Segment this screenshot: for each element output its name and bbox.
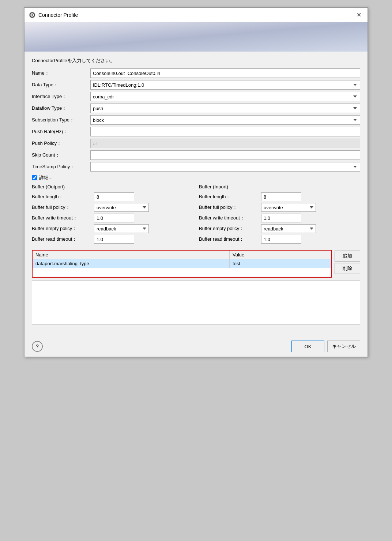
cancel-button[interactable]: キャンセル xyxy=(327,341,360,352)
buffer-inport-title: Buffer (Inport) xyxy=(199,184,360,189)
timestamp-policy-select[interactable] xyxy=(90,162,360,172)
outport-full-policy-label: Buffer full policy： xyxy=(32,204,94,211)
footer-right: OK キャンセル xyxy=(291,341,360,352)
data-type-row: Data Type： IDL:RTC/TimedLong:1.0 xyxy=(32,80,360,90)
inport-empty-policy-select[interactable]: readback xyxy=(261,224,316,233)
inport-length-row: Buffer length： xyxy=(199,192,360,201)
table-header: Name Value xyxy=(33,251,331,259)
details-label: 詳細... xyxy=(39,174,53,181)
push-policy-row: Push Policy： all xyxy=(32,139,360,148)
outport-empty-policy-label: Buffer empty policy： xyxy=(32,225,94,232)
data-type-label: Data Type： xyxy=(32,82,90,88)
buffer-inport-panel: Buffer (Inport) Buffer length： Buffer fu… xyxy=(199,184,360,245)
inport-full-policy-row: Buffer full policy： overwrite xyxy=(199,203,360,212)
title-bar-left: Connector Profile xyxy=(29,12,78,18)
buffer-outport-title: Buffer (Outport) xyxy=(32,184,193,189)
help-button[interactable]: ? xyxy=(32,341,43,352)
table-empty-row xyxy=(33,268,331,277)
close-button[interactable]: ✕ xyxy=(354,11,363,19)
outport-empty-policy-select[interactable]: readback xyxy=(94,224,149,233)
skip-count-row: Skip Count： xyxy=(32,150,360,160)
outport-full-policy-select[interactable]: overwrite xyxy=(94,203,149,212)
interface-type-select[interactable]: corba_cdr xyxy=(90,92,360,101)
outport-write-timeout-label: Buffer write timeout： xyxy=(32,215,94,221)
dataflow-type-row: Dataflow Type： push xyxy=(32,104,360,113)
skip-count-input[interactable] xyxy=(90,150,360,160)
table-actions: 追加 削除 xyxy=(335,250,360,278)
outport-length-row: Buffer length： xyxy=(32,192,193,201)
buffer-section: Buffer (Outport) Buffer length： Buffer f… xyxy=(32,184,360,245)
title-bar: Connector Profile ✕ xyxy=(24,8,368,22)
ok-button[interactable]: OK xyxy=(291,341,324,352)
inport-length-input[interactable] xyxy=(261,192,301,201)
interface-type-label: Interface Type： xyxy=(32,93,90,100)
footer-left: ? xyxy=(32,341,43,352)
push-rate-row: Push Rate(Hz)： xyxy=(32,127,360,136)
outport-read-timeout-input[interactable] xyxy=(94,235,134,244)
subscription-type-label: Subscription Type： xyxy=(32,117,90,123)
inport-write-timeout-label: Buffer write timeout： xyxy=(199,215,261,221)
add-button[interactable]: 追加 xyxy=(335,251,360,262)
push-policy-select[interactable]: all xyxy=(90,139,360,148)
outport-length-label: Buffer length： xyxy=(32,194,94,200)
dataflow-type-select[interactable]: push xyxy=(90,104,360,113)
outport-empty-policy-row: Buffer empty policy： readback xyxy=(32,224,193,233)
app-icon xyxy=(29,12,35,18)
extra-text-area[interactable] xyxy=(32,281,360,324)
dialog-footer: ? OK キャンセル xyxy=(24,336,368,357)
col-value-header: Value xyxy=(230,251,331,259)
inport-read-timeout-label: Buffer read timeout： xyxy=(199,236,261,243)
delete-button[interactable]: 削除 xyxy=(335,263,360,274)
name-row: Name： xyxy=(32,68,360,78)
timestamp-policy-row: TimeStamp Policy： xyxy=(32,162,360,172)
properties-table: Name Value dataport.marshaling_type test xyxy=(32,250,332,278)
inport-empty-policy-label: Buffer empty policy： xyxy=(199,225,261,232)
outport-length-input[interactable] xyxy=(94,192,134,201)
gradient-band xyxy=(24,22,368,52)
inport-full-policy-label: Buffer full policy： xyxy=(199,204,261,211)
skip-count-label: Skip Count： xyxy=(32,152,90,158)
inport-write-timeout-row: Buffer write timeout： xyxy=(199,214,360,222)
window-title: Connector Profile xyxy=(38,12,78,18)
push-rate-label: Push Rate(Hz)： xyxy=(32,128,90,135)
table-row[interactable]: dataport.marshaling_type test xyxy=(33,259,331,268)
properties-table-section: Name Value dataport.marshaling_type test… xyxy=(32,250,360,278)
outport-full-policy-row: Buffer full policy： overwrite xyxy=(32,203,193,212)
connector-profile-dialog: Connector Profile ✕ ConnectorProfileを入力し… xyxy=(24,7,368,357)
details-checkbox[interactable] xyxy=(32,175,37,180)
outport-read-timeout-row: Buffer read timeout： xyxy=(32,235,193,244)
timestamp-policy-label: TimeStamp Policy： xyxy=(32,164,90,170)
subscription-type-select[interactable]: block xyxy=(90,115,360,125)
data-type-select[interactable]: IDL:RTC/TimedLong:1.0 xyxy=(90,80,360,90)
svg-point-2 xyxy=(31,14,33,16)
row-value-cell: test xyxy=(230,259,331,268)
outport-read-timeout-label: Buffer read timeout： xyxy=(32,236,94,243)
row-name-cell: dataport.marshaling_type xyxy=(33,259,230,268)
buffer-outport-panel: Buffer (Outport) Buffer length： Buffer f… xyxy=(32,184,193,245)
name-label: Name： xyxy=(32,70,90,76)
interface-type-row: Interface Type： corba_cdr xyxy=(32,92,360,101)
inport-write-timeout-input[interactable] xyxy=(261,214,301,222)
col-name-header: Name xyxy=(33,251,230,259)
inport-full-policy-select[interactable]: overwrite xyxy=(261,203,316,212)
dataflow-type-label: Dataflow Type： xyxy=(32,105,90,112)
inport-empty-policy-row: Buffer empty policy： readback xyxy=(199,224,360,233)
inport-read-timeout-row: Buffer read timeout： xyxy=(199,235,360,244)
outport-write-timeout-input[interactable] xyxy=(94,214,134,222)
subscription-type-row: Subscription Type： block xyxy=(32,115,360,125)
instruction-text: ConnectorProfileを入力してください。 xyxy=(32,57,360,64)
inport-length-label: Buffer length： xyxy=(199,194,261,200)
push-policy-label: Push Policy： xyxy=(32,140,90,147)
push-rate-input[interactable] xyxy=(90,127,360,136)
inport-read-timeout-input[interactable] xyxy=(261,235,301,244)
outport-write-timeout-row: Buffer write timeout： xyxy=(32,214,193,222)
name-input[interactable] xyxy=(90,68,360,78)
form-content: ConnectorProfileを入力してください。 Name： Data Ty… xyxy=(24,52,368,336)
details-section: 詳細... xyxy=(32,174,360,181)
